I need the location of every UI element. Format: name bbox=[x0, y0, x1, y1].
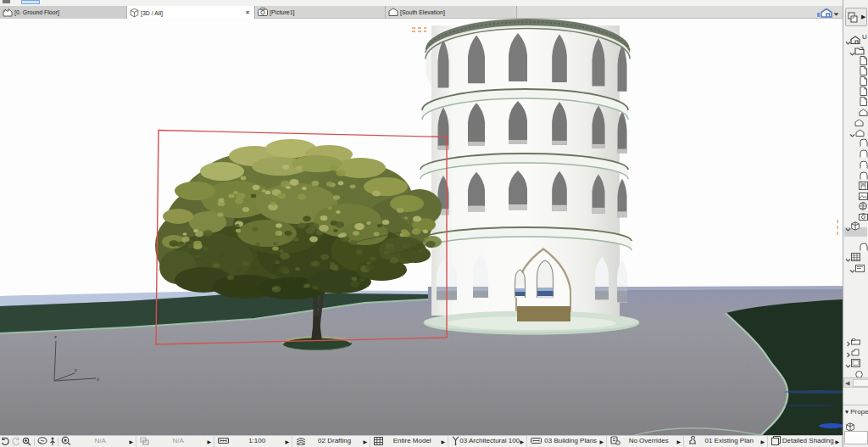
svg-text:y: y bbox=[75, 367, 77, 372]
svg-text:x: x bbox=[97, 377, 99, 382]
svg-text:z: z bbox=[54, 334, 57, 339]
